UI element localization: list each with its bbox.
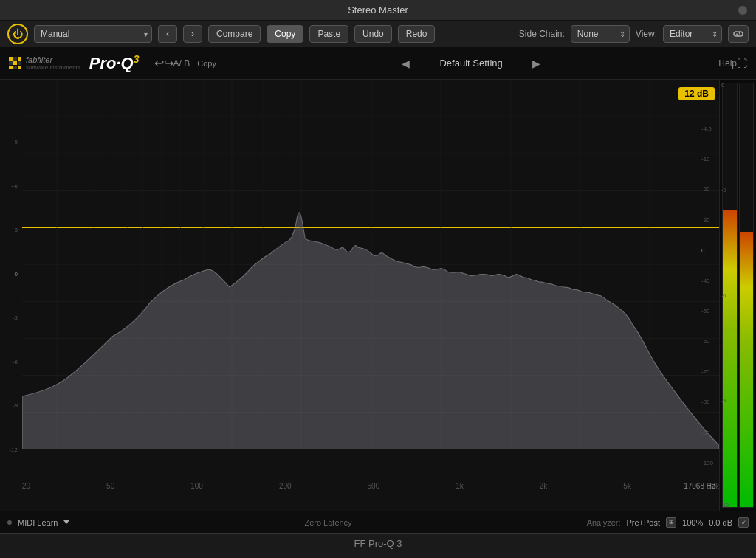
db-left-label: -9 [13, 402, 18, 409]
meter-bars [720, 80, 756, 511]
freq-label-2k: 2k [540, 482, 548, 490]
analyzer-value: Pre+Post [626, 518, 660, 527]
meter-right-bar [740, 232, 754, 507]
midi-indicator [7, 520, 12, 525]
preset-navigation: ◀ Default Setting ▶ [224, 58, 718, 69]
logo-grid [9, 57, 21, 69]
db-readout: 0.0 dB [709, 518, 732, 527]
db-left-label: +3 [11, 227, 18, 233]
fullscreen-button[interactable]: ⛶ [737, 58, 747, 69]
db-left-label: -12 [9, 447, 18, 453]
db-left-label: -6 [13, 359, 18, 365]
plugin-header: fabfilter software instruments Pro·Q3 ↩ … [0, 47, 756, 80]
db-scale-right: -4.5 -10 -20 -30 0 -40 -50 -60 -70 -80 -… [701, 102, 718, 490]
zoom-icon[interactable]: ⊞ [666, 517, 676, 528]
plugin-container: fabfilter software instruments Pro·Q3 ↩ … [0, 47, 756, 533]
db-right-label: -50 [701, 308, 710, 314]
db-left-label: -3 [13, 314, 18, 321]
copy-button[interactable]: Copy [267, 25, 303, 43]
paste-button[interactable]: Paste [309, 25, 348, 43]
midi-learn-button[interactable]: MIDI Learn [18, 518, 58, 527]
redo-button[interactable]: Redo [398, 25, 436, 43]
title-bar: Stereo Master [0, 0, 756, 21]
power-button[interactable]: ⏻ [7, 24, 28, 44]
logo-dot [18, 61, 21, 65]
side-chain-label: Side Chain: [519, 29, 565, 39]
midi-dropdown-arrow[interactable] [63, 520, 69, 524]
freq-label-500: 500 [368, 482, 380, 490]
freq-label-50: 50 [106, 482, 114, 490]
db-right-label: -20 [701, 186, 710, 193]
bottom-right-controls: ⊞ 100% 0.0 dB ↙ [666, 517, 749, 528]
link-button[interactable] [728, 25, 749, 43]
view-select[interactable]: Editor [663, 25, 722, 43]
frequency-scale: 20 50 100 200 500 1k 2k 5k 10k [22, 482, 719, 490]
logo-dot [13, 66, 17, 69]
logo-dot [9, 66, 13, 69]
freq-label-100: 100 [190, 482, 203, 490]
fabfilter-label: fabfilter [26, 55, 80, 64]
db-right-label: -100 [701, 460, 713, 466]
settings-icon[interactable]: ↙ [738, 517, 749, 528]
plugin-copy-button[interactable]: Copy [190, 55, 224, 72]
freq-label-5k: 5k [623, 482, 631, 490]
freq-label-20: 20 [22, 482, 30, 490]
window-dot [738, 6, 747, 15]
meter-left [722, 83, 738, 508]
preset-prev-button[interactable]: ◀ [402, 58, 410, 69]
preset-next-button[interactable]: ▶ [532, 58, 540, 69]
undo-button[interactable]: Undo [354, 25, 392, 43]
db-left-zero: 0 [15, 271, 18, 278]
meter-left-bar [723, 210, 737, 507]
current-frequency: 17068 Hz [684, 482, 715, 490]
db-right-label: -40 [701, 278, 710, 284]
logo-dot [9, 57, 13, 61]
window-controls [738, 6, 747, 15]
eq-area[interactable]: 12 dB [0, 80, 756, 511]
meter-right [739, 83, 755, 508]
latency-display: Zero Latency [75, 518, 580, 527]
db-left-label: +6 [11, 183, 18, 190]
side-chain-select[interactable]: None [571, 25, 630, 43]
logo-dot [18, 57, 21, 61]
plugin-footer: FF Pro-Q 3 [0, 533, 756, 554]
logo-dot [9, 61, 13, 65]
plugin-footer-title: FF Pro-Q 3 [354, 538, 402, 549]
db-right-label: -90 [701, 430, 710, 436]
forward-button[interactable]: › [183, 25, 202, 43]
db-right-label: -70 [701, 368, 710, 375]
db-scale-left: +9 +6 +3 0 -3 -6 -9 -12 [0, 102, 21, 490]
logo-text-container: fabfilter software instruments [26, 55, 80, 71]
logo-dot [13, 57, 17, 61]
db-right-label: -80 [701, 399, 710, 405]
software-instruments-label: software instruments [26, 64, 80, 71]
eq-spectrum [22, 80, 719, 450]
view-label: View: [636, 29, 657, 39]
compare-button[interactable]: Compare [208, 25, 261, 43]
freq-label-1k: 1k [456, 482, 464, 490]
ab-button[interactable]: A/ B [173, 58, 190, 69]
preset-selector[interactable]: Manual [34, 25, 152, 43]
db-right-zero: 0 [701, 247, 704, 254]
bottom-bar: MIDI Learn Zero Latency Analyzer: Pre+Po… [0, 511, 756, 533]
db-right-label: -60 [701, 338, 710, 345]
logo-dot [18, 66, 21, 69]
logo-dot [13, 61, 17, 65]
db-right-label: -10 [701, 156, 710, 162]
analyzer-label: Analyzer: [587, 518, 621, 527]
db-right-label: -30 [701, 217, 710, 224]
db-right-label: -4.5 [701, 125, 712, 132]
plugin-undo-button[interactable]: ↩ [154, 56, 164, 70]
plugin-redo-button[interactable]: ↪ [164, 56, 173, 70]
help-button[interactable]: Help [718, 58, 737, 69]
db-left-label: +9 [11, 139, 18, 145]
freq-label-200: 200 [279, 482, 292, 490]
product-name: Pro·Q3 [89, 53, 140, 73]
back-button[interactable]: ‹ [158, 25, 177, 43]
level-meter: 0 -3 -6 -9 -12 [719, 80, 756, 511]
spectrum-fill [22, 213, 719, 450]
zoom-level: 100% [682, 518, 703, 527]
host-toolbar: ⏻ Manual ▾ ‹ › Compare Copy Paste Undo R… [0, 21, 756, 47]
db-badge[interactable]: 12 dB [678, 87, 715, 100]
plugin-logo: fabfilter software instruments Pro·Q3 [9, 53, 140, 73]
